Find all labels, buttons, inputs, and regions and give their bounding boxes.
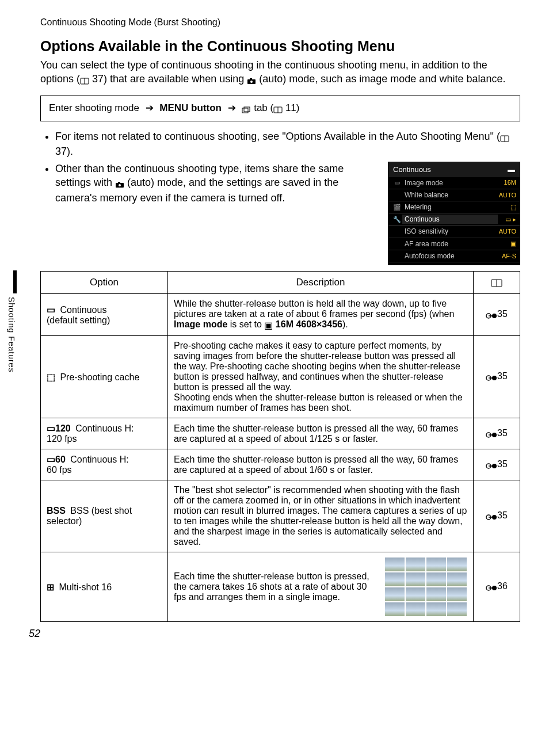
menu-row: Autofocus modeAF-S [388, 250, 520, 262]
b1a: For items not related to continuous shoo… [55, 131, 500, 142]
arrow-icon: ➔ [146, 102, 154, 113]
th-option: Option [41, 272, 168, 294]
book-icon [500, 131, 509, 144]
menu-tab-icon: ▭ [392, 178, 402, 187]
table-row: ⊞ Multi-shot 16 Each time the shutter-re… [41, 552, 520, 622]
menu-tab-icon: 🔧 [392, 215, 402, 224]
description-cell: While the shutter-release button is held… [168, 294, 474, 336]
desc-a: Pre-shooting cache makes it easy to capt… [174, 341, 460, 392]
option-name: Pre-shooting cache [58, 372, 139, 382]
svg-rect-5 [242, 108, 248, 113]
nav-c: tab ( [251, 102, 273, 113]
reference-icon [486, 310, 497, 320]
option-sub: 60 fps [47, 465, 72, 475]
table-row: ▭60 Continuous H: 60 fps Each time the s… [41, 449, 520, 480]
intro-ref1: 37) that are available when using [89, 73, 247, 85]
description-cell: The "best shot selector" is recommended … [168, 480, 474, 552]
option-name: Continuous [58, 305, 106, 315]
side-tab: Shooting Features [7, 270, 23, 372]
book-icon [80, 73, 89, 87]
arrow-icon: ➔ [228, 102, 236, 113]
table-row: BSS BSS (best shot selector) The "best s… [41, 480, 520, 552]
svg-point-13 [119, 184, 121, 186]
desc-a: While the shutter-release button is held… [174, 299, 454, 319]
multishot-thumbnail [384, 557, 467, 617]
menu-item-value: ▭ ▸ [498, 215, 516, 224]
nav-box: Enter shooting mode ➔ MENU button ➔ tab … [40, 96, 520, 121]
book-icon [273, 104, 283, 115]
reference-cell: 35 [474, 418, 520, 449]
menu-tab-icon: 🎬 [392, 203, 402, 212]
page-number: 52 [29, 628, 520, 640]
reference-cell: 35 [474, 480, 520, 552]
option-name: Continuous H: [68, 455, 129, 464]
menu-row: ISO sensitivityAUTO [388, 226, 520, 238]
th-reference [474, 272, 520, 294]
menu-screenshot: Continuous ▬ ▭Image mode16M White balanc… [388, 162, 520, 265]
ref-num: 35 [497, 428, 508, 438]
option-cell: ▭120 Continuous H: 120 fps [41, 418, 168, 449]
menu-item-label: Autofocus mode [402, 251, 498, 261]
bullet-1: For items not related to continuous shoo… [55, 129, 520, 159]
intro-paragraph: You can select the type of continuous sh… [40, 58, 520, 87]
option-name: Multi-shot 16 [56, 582, 112, 592]
menu-title: Continuous [393, 165, 431, 175]
ref-num: 36 [497, 581, 508, 591]
bullet-list: For items not related to continuous shoo… [40, 129, 520, 265]
reference-icon [486, 511, 497, 522]
reference-cell: 35 [474, 336, 520, 418]
menu-row: 🎬Metering⬚ [388, 201, 520, 213]
book-icon [491, 277, 502, 289]
desc-b: is set to [227, 319, 264, 329]
option-name: Continuous H: [73, 423, 134, 433]
nav-a: Enter shooting mode [49, 102, 142, 113]
nav-b: MENU button [157, 102, 224, 113]
menu-item-label: Continuous [402, 215, 498, 224]
desc-bold: Image mode [174, 319, 227, 329]
menu-row: White balanceAUTO [388, 189, 520, 201]
ref-num: 35 [497, 309, 508, 319]
menu-item-label: White balance [402, 190, 498, 200]
menu-item-value: AUTO [498, 191, 516, 200]
option-sub: 120 fps [47, 434, 77, 444]
side-tab-bar [13, 270, 17, 293]
option-icon: ⬚ [47, 372, 55, 382]
reference-cell: 35 [474, 294, 520, 336]
reference-cell: 35 [474, 449, 520, 480]
option-cell: ⊞ Multi-shot 16 [41, 552, 168, 622]
camera-icon [115, 177, 124, 190]
side-tab-label: Shooting Features [7, 297, 16, 372]
battery-icon: ▬ [508, 165, 515, 175]
menu-row-selected: 🔧Continuous▭ ▸ [388, 213, 520, 226]
option-cell: ⬚ Pre-shooting cache [41, 336, 168, 418]
intro-b: (auto) mode, such as image mode and whit… [256, 73, 505, 85]
burst-tab-icon [242, 104, 251, 115]
th-description: Description [168, 272, 474, 294]
svg-rect-3 [250, 78, 252, 80]
menu-item-value: AUTO [498, 227, 516, 236]
menu-item-label: Image mode [402, 178, 498, 188]
menu-row: ▭Image mode16M [388, 177, 520, 189]
option-icon: ▭120 [47, 423, 71, 433]
reference-icon [486, 582, 497, 593]
menu-item-value: ⬚ [498, 203, 516, 212]
desc-bold2: 16M 4608×3456 [276, 319, 342, 329]
camera-icon [247, 73, 256, 87]
option-icon: ▭60 [47, 455, 66, 464]
image-mode-icon: ▣ [264, 320, 273, 331]
ref-num: 35 [497, 371, 508, 381]
reference-icon [486, 460, 497, 471]
svg-rect-6 [244, 107, 250, 112]
section-title: Options Available in the Continuous Shoo… [40, 38, 520, 55]
menu-item-value: ▣ [498, 239, 516, 248]
table-row: ▭120 Continuous H: 120 fps Each time the… [41, 418, 520, 449]
menu-row: AF area mode▣ [388, 238, 520, 250]
reference-icon [486, 372, 497, 383]
option-name: BSS (best shot [68, 506, 132, 516]
menu-item-label: ISO sensitivity [402, 227, 498, 236]
menu-item-value: 16M [498, 178, 516, 187]
options-table: Option Description ▭ Continuous (default… [40, 271, 520, 622]
menu-title-bar: Continuous ▬ [388, 162, 520, 177]
menu-item-label: Metering [402, 203, 498, 212]
option-cell: ▭60 Continuous H: 60 fps [41, 449, 168, 480]
